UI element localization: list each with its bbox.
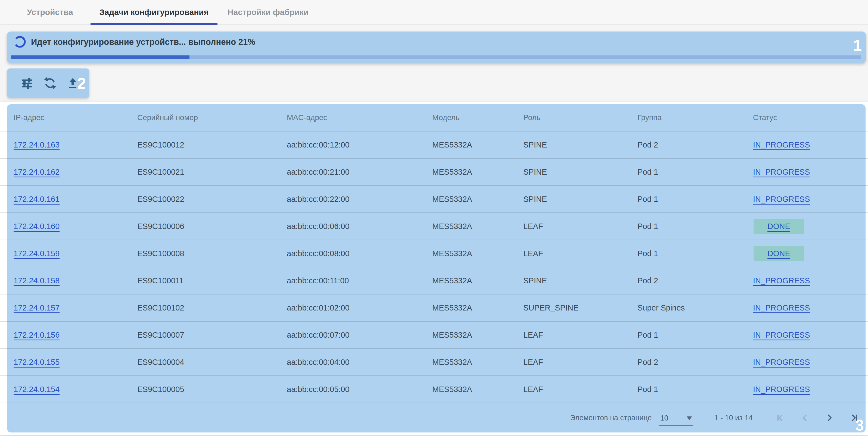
ip-cell: 172.24.0.159	[13, 249, 137, 258]
filter-settings-button[interactable]	[21, 77, 34, 90]
ip-cell: 172.24.0.160	[13, 222, 137, 231]
status-badge: DONE	[753, 246, 804, 261]
column-header-status: Статус	[753, 113, 868, 122]
tab-devices[interactable]: Устройства	[9, 0, 91, 25]
ip-link[interactable]: 172.24.0.162	[13, 168, 60, 176]
ip-link[interactable]: 172.24.0.154	[13, 385, 60, 394]
status-cell: DONE	[753, 219, 868, 234]
ip-link[interactable]: 172.24.0.159	[13, 249, 60, 258]
role-cell: LEAF	[523, 222, 638, 231]
mac-cell: aa:bb:cc:00:12:00	[287, 140, 432, 149]
serial-cell: ES9C100102	[137, 303, 287, 312]
annotation-1: 1	[853, 37, 862, 53]
group-cell: Pod 2	[638, 358, 753, 367]
serial-cell: ES9C100005	[137, 385, 287, 394]
table-row: 172.24.0.156ES9C100007aa:bb:cc:00:07:00M…	[0, 321, 868, 348]
group-cell: Pod 2	[638, 140, 753, 149]
table-footer: Элементов на странице 10 1 - 10 из 14	[0, 403, 868, 433]
table-row: 172.24.0.154ES9C100005aa:bb:cc:00:05:00M…	[0, 375, 868, 403]
model-cell: MES5332A	[432, 222, 523, 231]
ip-link[interactable]: 172.24.0.161	[13, 195, 60, 203]
mac-cell: aa:bb:cc:00:05:00	[287, 385, 432, 394]
tab-fabric-settings[interactable]: Настройки фабрики	[217, 0, 319, 25]
status-link[interactable]: IN_PROGRESS	[753, 195, 810, 203]
spinner-icon	[13, 36, 26, 48]
model-cell: MES5332A	[432, 168, 523, 176]
ip-link[interactable]: 172.24.0.158	[13, 276, 60, 285]
serial-cell: ES9C100004	[137, 358, 287, 367]
serial-cell: ES9C100012	[137, 140, 287, 149]
annotation-2: 2	[77, 75, 86, 91]
status-cell: IN_PROGRESS	[753, 140, 868, 149]
serial-cell: ES9C100007	[137, 331, 287, 340]
ip-link[interactable]: 172.24.0.156	[13, 331, 60, 339]
model-cell: MES5332A	[432, 385, 523, 394]
role-cell: SPINE	[523, 276, 638, 285]
status-link[interactable]: DONE	[767, 222, 790, 231]
table-row: 172.24.0.158ES9C100011aa:bb:cc:00:11:00M…	[0, 267, 868, 294]
serial-cell: ES9C100008	[137, 249, 287, 258]
status-link[interactable]: IN_PROGRESS	[753, 303, 810, 312]
chevron-right-icon	[825, 413, 834, 423]
items-per-page-select[interactable]: 10	[659, 414, 693, 426]
ip-link[interactable]: 172.24.0.157	[13, 303, 60, 312]
status-cell: IN_PROGRESS	[753, 195, 868, 204]
ip-link[interactable]: 172.24.0.155	[13, 358, 60, 366]
next-page-button[interactable]	[824, 412, 835, 424]
table-row: 172.24.0.163ES9C100012aa:bb:cc:00:12:00M…	[0, 131, 868, 158]
mac-cell: aa:bb:cc:00:21:00	[287, 168, 432, 176]
group-cell: Pod 1	[638, 249, 753, 258]
serial-cell: ES9C100022	[137, 195, 287, 204]
table-row: 172.24.0.160ES9C100006aa:bb:cc:00:06:00M…	[0, 212, 868, 240]
status-link[interactable]: DONE	[767, 249, 790, 258]
column-header-role: Роль	[523, 113, 638, 122]
serial-cell: ES9C100021	[137, 168, 287, 176]
column-header-model: Модель	[432, 113, 523, 122]
serial-cell: ES9C100011	[137, 276, 287, 285]
model-cell: MES5332A	[432, 195, 523, 204]
tab-fabric-settings-label: Настройки фабрики	[227, 8, 309, 17]
mac-cell: aa:bb:cc:00:22:00	[287, 195, 432, 204]
status-link[interactable]: IN_PROGRESS	[753, 358, 810, 366]
status-cell: IN_PROGRESS	[753, 358, 868, 367]
items-per-page-label: Элементов на странице	[570, 414, 652, 422]
model-cell: MES5332A	[432, 249, 523, 258]
ip-cell: 172.24.0.163	[13, 140, 137, 149]
status-link[interactable]: IN_PROGRESS	[753, 276, 810, 285]
tab-bar: Устройства Задачи конфигурирования Настр…	[0, 0, 868, 25]
first-page-button[interactable]	[774, 412, 786, 424]
role-cell: LEAF	[523, 249, 638, 258]
refresh-button[interactable]	[43, 77, 57, 90]
status-cell: IN_PROGRESS	[753, 331, 868, 340]
ip-link[interactable]: 172.24.0.163	[13, 140, 60, 149]
progress-bar-fill	[11, 56, 189, 59]
mac-cell: aa:bb:cc:00:08:00	[287, 249, 432, 258]
role-cell: LEAF	[523, 358, 638, 367]
status-cell: IN_PROGRESS	[753, 276, 868, 285]
table-toolbar	[7, 68, 89, 98]
role-cell: SPINE	[523, 168, 638, 176]
progress-message: Идет конфигурирование устройств... выпол…	[31, 32, 255, 52]
model-cell: MES5332A	[432, 331, 523, 340]
tab-configuration-tasks[interactable]: Задачи конфигурирования	[91, 0, 217, 25]
serial-cell: ES9C100006	[137, 222, 287, 231]
group-cell: Pod 1	[638, 385, 753, 394]
tab-devices-label: Устройства	[27, 8, 73, 17]
status-link[interactable]: IN_PROGRESS	[753, 331, 810, 339]
status-badge: DONE	[753, 219, 804, 234]
status-link[interactable]: IN_PROGRESS	[753, 140, 810, 149]
page-range-label: 1 - 10 из 14	[714, 414, 753, 422]
configuration-tasks-table: IP-адрес Серийный номер MAC-адрес Модель…	[0, 102, 868, 435]
table-row: 172.24.0.159ES9C100008aa:bb:cc:00:08:00M…	[0, 240, 868, 267]
refresh-icon	[43, 77, 57, 90]
pagination-controls	[774, 412, 860, 424]
ip-link[interactable]: 172.24.0.160	[13, 222, 60, 231]
ip-cell: 172.24.0.162	[13, 168, 137, 176]
status-link[interactable]: IN_PROGRESS	[753, 168, 810, 176]
status-link[interactable]: IN_PROGRESS	[753, 385, 810, 394]
tune-icon	[21, 77, 34, 90]
table-body: 172.24.0.163ES9C100012aa:bb:cc:00:12:00M…	[0, 131, 868, 403]
previous-page-button[interactable]	[799, 412, 811, 424]
chevron-left-icon	[800, 413, 810, 423]
column-header-ip: IP-адрес	[13, 113, 137, 122]
